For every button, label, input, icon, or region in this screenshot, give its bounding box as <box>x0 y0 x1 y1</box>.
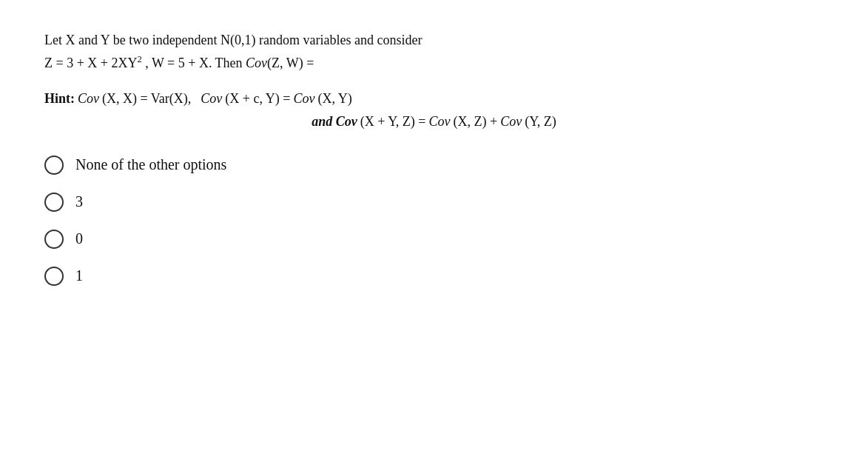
question-text: Let X and Y be two independent N(0,1) ra… <box>44 30 824 74</box>
hint-cov-xcy: Cov <box>201 87 222 110</box>
options-list: None of the other options 3 0 1 <box>44 156 824 286</box>
hint-cov-xx: (X, X) = Var(X), <box>102 87 198 110</box>
hint-label: Hint: <box>44 87 75 110</box>
option-3[interactable]: 3 <box>44 193 824 212</box>
radio-0[interactable] <box>44 230 64 249</box>
option-0[interactable]: 0 <box>44 230 824 249</box>
option-none[interactable]: None of the other options <box>44 156 824 175</box>
question-line2: Z = 3 + X + 2XY2 , W = 5 + X. Then Cov(Z… <box>44 52 824 75</box>
question-line1: Let X and Y be two independent N(0,1) ra… <box>44 30 824 52</box>
option-3-label: 3 <box>75 193 83 210</box>
option-1[interactable]: 1 <box>44 267 824 286</box>
option-none-label: None of the other options <box>75 156 226 173</box>
question-block: Let X and Y be two independent N(0,1) ra… <box>44 30 824 133</box>
radio-none[interactable] <box>44 156 64 175</box>
option-1-label: 1 <box>75 267 83 284</box>
radio-1[interactable] <box>44 267 64 286</box>
hint-line2: and Cov (X + Y, Z) = Cov (X, Z) + Cov (Y… <box>44 110 824 133</box>
line2-prefix: Z = 3 + X + 2XY2 , W = 5 + X. Then Cov(Z… <box>44 56 314 70</box>
hint-line1: Hint: Cov(X, X) = Var(X), Cov(X + c, Y) … <box>44 87 824 110</box>
hint-content-line1: Cov <box>78 87 99 110</box>
radio-3[interactable] <box>44 193 64 212</box>
hint-block: Hint: Cov(X, X) = Var(X), Cov(X + c, Y) … <box>44 87 824 133</box>
option-0-label: 0 <box>75 230 83 247</box>
